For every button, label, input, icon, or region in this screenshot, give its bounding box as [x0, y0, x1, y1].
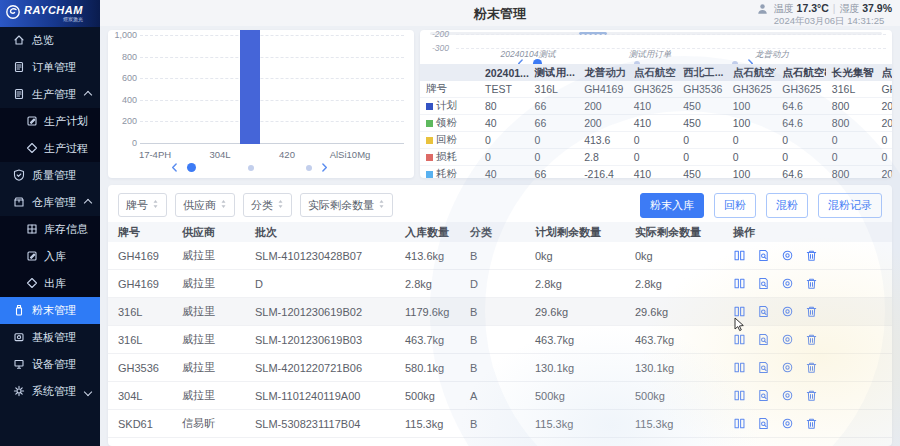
usage-row: 损耗002.8000000 — [420, 149, 892, 166]
usage-row: 牌号TEST316LGH4169GH3625GH3536GH3625GH3625… — [420, 81, 892, 98]
view-icon[interactable] — [781, 417, 794, 430]
gridline — [140, 143, 404, 144]
swirl-logo-icon — [5, 4, 21, 24]
view-icon[interactable] — [781, 305, 794, 318]
bar-chart: 17-4PH304L420AlSi10Mg — [140, 32, 404, 144]
cell-plan-remain: 0kg — [525, 242, 625, 270]
user-icon[interactable] — [756, 2, 769, 20]
chart-bar[interactable] — [240, 30, 260, 144]
filter-chip[interactable]: 牌号 — [118, 193, 167, 217]
sidebar-item-quality[interactable]: 质量管理 — [0, 162, 100, 189]
cell-brand: 17-4PH — [108, 438, 172, 446]
cell-actual-remain: 115.3kg — [625, 410, 723, 438]
pager-dot[interactable] — [248, 165, 254, 171]
powder-icon — [13, 304, 25, 318]
view-icon[interactable] — [781, 361, 794, 374]
cell-brand: GH4169 — [108, 270, 172, 298]
cell-supplier: 威拉里 — [172, 382, 245, 410]
details-icon[interactable] — [733, 249, 746, 262]
delete-icon[interactable] — [805, 305, 818, 318]
table-row: SKD61 信易昕 SLM-5308231117B04 115.3kg B 11… — [108, 410, 892, 438]
cell-actual-remain: 0kg — [625, 242, 723, 270]
view-icon[interactable] — [781, 277, 794, 290]
sidebar-item-production-process[interactable]: 生产过程 — [0, 135, 100, 162]
cell-supplier: 威拉里 — [172, 270, 245, 298]
x-tick-label: 304L — [209, 149, 230, 160]
sidebar-item-outbound[interactable]: 出库 — [0, 270, 100, 297]
sidebar-item-overview[interactable]: 总览 — [0, 27, 100, 54]
file-preview-icon[interactable] — [757, 249, 770, 262]
substrate-icon — [13, 331, 25, 345]
sidebar-item-warehouse[interactable]: 仓库管理 — [0, 189, 100, 216]
delete-icon[interactable] — [805, 361, 818, 374]
pager-prev-icon[interactable] — [170, 162, 179, 173]
cell-qty: 463.7kg — [395, 326, 460, 354]
details-icon[interactable] — [733, 389, 746, 402]
powder-usage-table: 202401...测试用...龙普动力点石航空西北工...点石航空7点石航空8长… — [420, 64, 892, 178]
powder-inbound-button[interactable]: 粉末入库 — [640, 193, 704, 218]
details-icon[interactable] — [733, 333, 746, 346]
sidebar-item-inbound[interactable]: 入库 — [0, 243, 100, 270]
cell-qty: 122.2kg — [395, 438, 460, 446]
filter-chip[interactable]: 供应商 — [175, 193, 235, 217]
sidebar-item-substrate[interactable]: 基板管理 — [0, 324, 100, 351]
delete-icon[interactable] — [805, 389, 818, 402]
y-tick-label: 800 — [111, 52, 137, 62]
cell-supplier: 威拉里 — [172, 298, 245, 326]
mix-record-button[interactable]: 混粉记录 — [818, 193, 882, 218]
view-icon[interactable] — [781, 333, 794, 346]
powder-list-table: 牌号供应商批次入库数量分类计划剩余数量实际剩余数量操作 GH4169 威拉里 S… — [108, 222, 892, 446]
sort-icon — [378, 199, 385, 211]
usage-row: 回粉00413.6000000 — [420, 132, 892, 149]
details-icon[interactable] — [733, 417, 746, 430]
sort-icon — [277, 199, 284, 211]
chevron-down-icon — [84, 387, 92, 395]
order-icon — [13, 61, 25, 75]
sidebar-item-equipment[interactable]: 设备管理 — [0, 351, 100, 378]
file-preview-icon[interactable] — [757, 389, 770, 402]
sort-icon — [220, 199, 227, 211]
delete-icon[interactable] — [805, 333, 818, 346]
delete-icon[interactable] — [805, 417, 818, 430]
pager-dot[interactable] — [187, 163, 196, 172]
sidebar-item-powder[interactable]: 粉末管理 — [0, 297, 100, 324]
filter-chip[interactable]: 分类 — [243, 193, 292, 217]
order-column-header: 点石航空 — [628, 64, 678, 81]
file-preview-icon[interactable] — [757, 333, 770, 346]
datetime: 2024年03月06日 14:31:25 — [774, 15, 892, 26]
file-preview-icon[interactable] — [757, 417, 770, 430]
pager-next-icon[interactable] — [320, 162, 329, 173]
brand-tagline: 煜宸激光 — [24, 17, 83, 22]
pager-dot[interactable] — [306, 165, 312, 171]
table-row: 17-4PH 威拉里 SLM-1301230404B04 122.2kg B 1… — [108, 438, 892, 446]
column-header: 入库数量 — [395, 222, 460, 242]
delete-icon[interactable] — [805, 277, 818, 290]
table-row: GH3536 威拉里 SLM-4201220721B06 580.1kg B 1… — [108, 354, 892, 382]
cell-category: B — [460, 242, 525, 270]
order-column-header: 长光集智 — [826, 64, 876, 81]
details-icon[interactable] — [733, 277, 746, 290]
sidebar-item-system[interactable]: 系统管理 — [0, 378, 100, 405]
delete-icon[interactable] — [805, 249, 818, 262]
view-icon[interactable] — [781, 389, 794, 402]
details-icon[interactable] — [733, 305, 746, 318]
filter-chip[interactable]: 实际剩余数量 — [300, 193, 393, 217]
file-preview-icon[interactable] — [757, 361, 770, 374]
mix-powder-button[interactable]: 混粉 — [766, 193, 808, 218]
cell-plan-remain: 2.8kg — [525, 270, 625, 298]
details-icon[interactable] — [733, 361, 746, 374]
view-icon[interactable] — [781, 249, 794, 262]
sidebar-item-orders[interactable]: 订单管理 — [0, 54, 100, 81]
sidebar-item-production[interactable]: 生产管理 — [0, 81, 100, 108]
column-header: 分类 — [460, 222, 525, 242]
file-preview-icon[interactable] — [757, 305, 770, 318]
edit-icon — [26, 115, 38, 129]
column-header: 计划剩余数量 — [525, 222, 625, 242]
return-powder-button[interactable]: 回粉 — [714, 193, 756, 218]
file-preview-icon[interactable] — [757, 277, 770, 290]
sidebar-item-inventory-info[interactable]: 库存信息 — [0, 216, 100, 243]
environment-info: 温度 17.3°C|湿度 37.9% 2024年03月06日 14:31:25 — [756, 2, 892, 26]
legend-square — [426, 171, 433, 178]
box-icon — [13, 196, 25, 210]
sidebar-item-production-plan[interactable]: 生产计划 — [0, 108, 100, 135]
